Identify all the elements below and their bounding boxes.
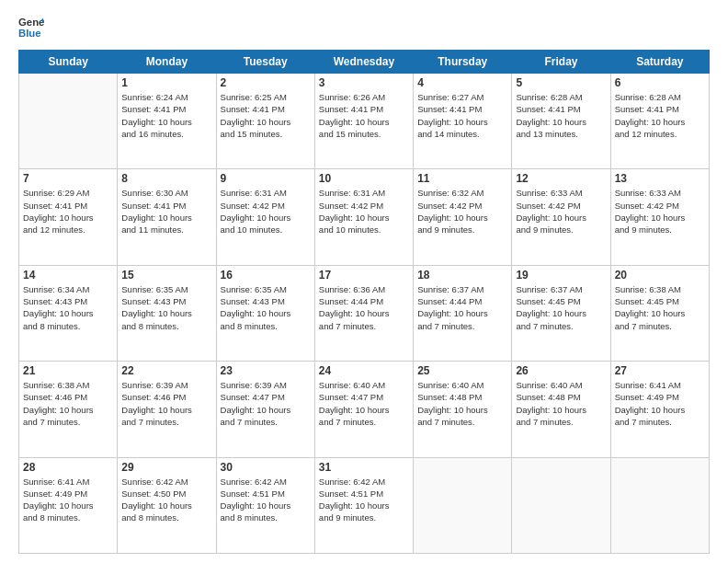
day-info: Sunrise: 6:25 AM Sunset: 4:41 PM Dayligh… bbox=[221, 91, 311, 140]
day-number: 12 bbox=[516, 172, 606, 185]
calendar-week-1: 1Sunrise: 6:24 AM Sunset: 4:41 PM Daylig… bbox=[19, 74, 710, 169]
day-info: Sunrise: 6:42 AM Sunset: 4:50 PM Dayligh… bbox=[121, 476, 211, 524]
day-number: 23 bbox=[221, 364, 311, 377]
day-number: 25 bbox=[417, 364, 507, 377]
calendar-header-friday: Friday bbox=[512, 51, 610, 74]
calendar-header-row: SundayMondayTuesdayWednesdayThursdayFrid… bbox=[19, 51, 710, 74]
calendar-header-thursday: Thursday bbox=[414, 51, 512, 74]
day-info: Sunrise: 6:38 AM Sunset: 4:46 PM Dayligh… bbox=[23, 379, 113, 428]
day-number: 6 bbox=[615, 76, 705, 89]
day-number: 16 bbox=[221, 269, 311, 282]
day-info: Sunrise: 6:31 AM Sunset: 4:42 PM Dayligh… bbox=[221, 187, 311, 236]
calendar-cell bbox=[414, 457, 512, 553]
day-info: Sunrise: 6:40 AM Sunset: 4:47 PM Dayligh… bbox=[319, 379, 409, 428]
calendar-cell: 7Sunrise: 6:29 AM Sunset: 4:41 PM Daylig… bbox=[19, 169, 118, 265]
calendar-cell: 5Sunrise: 6:28 AM Sunset: 4:41 PM Daylig… bbox=[512, 74, 610, 169]
header: General Blue bbox=[18, 15, 710, 40]
calendar-cell: 22Sunrise: 6:39 AM Sunset: 4:46 PM Dayli… bbox=[118, 362, 216, 457]
calendar-cell: 31Sunrise: 6:42 AM Sunset: 4:51 PM Dayli… bbox=[314, 457, 413, 553]
calendar-cell: 27Sunrise: 6:41 AM Sunset: 4:49 PM Dayli… bbox=[610, 362, 709, 457]
calendar-table: SundayMondayTuesdayWednesdayThursdayFrid… bbox=[18, 50, 710, 554]
calendar-cell: 13Sunrise: 6:33 AM Sunset: 4:42 PM Dayli… bbox=[610, 169, 709, 265]
day-info: Sunrise: 6:38 AM Sunset: 4:45 PM Dayligh… bbox=[615, 283, 705, 332]
calendar-cell: 14Sunrise: 6:34 AM Sunset: 4:43 PM Dayli… bbox=[19, 265, 118, 361]
day-number: 15 bbox=[121, 269, 211, 282]
day-info: Sunrise: 6:39 AM Sunset: 4:46 PM Dayligh… bbox=[121, 379, 211, 428]
day-number: 9 bbox=[221, 172, 311, 185]
day-info: Sunrise: 6:37 AM Sunset: 4:45 PM Dayligh… bbox=[516, 283, 606, 332]
day-info: Sunrise: 6:24 AM Sunset: 4:41 PM Dayligh… bbox=[121, 91, 211, 140]
day-info: Sunrise: 6:30 AM Sunset: 4:41 PM Dayligh… bbox=[121, 187, 211, 236]
day-number: 28 bbox=[23, 461, 113, 474]
logo-icon: General Blue bbox=[18, 15, 44, 40]
page: General Blue SundayMondayTuesdayWednesda… bbox=[0, 0, 728, 563]
day-info: Sunrise: 6:33 AM Sunset: 4:42 PM Dayligh… bbox=[516, 187, 606, 236]
calendar-week-4: 21Sunrise: 6:38 AM Sunset: 4:46 PM Dayli… bbox=[19, 362, 710, 457]
calendar-cell: 10Sunrise: 6:31 AM Sunset: 4:42 PM Dayli… bbox=[314, 169, 413, 265]
calendar-cell: 25Sunrise: 6:40 AM Sunset: 4:48 PM Dayli… bbox=[414, 362, 512, 457]
calendar-cell: 11Sunrise: 6:32 AM Sunset: 4:42 PM Dayli… bbox=[414, 169, 512, 265]
day-info: Sunrise: 6:40 AM Sunset: 4:48 PM Dayligh… bbox=[417, 379, 507, 428]
calendar-week-2: 7Sunrise: 6:29 AM Sunset: 4:41 PM Daylig… bbox=[19, 169, 710, 265]
day-info: Sunrise: 6:37 AM Sunset: 4:44 PM Dayligh… bbox=[417, 283, 507, 332]
calendar-cell: 8Sunrise: 6:30 AM Sunset: 4:41 PM Daylig… bbox=[118, 169, 216, 265]
day-number: 20 bbox=[615, 269, 705, 282]
day-info: Sunrise: 6:41 AM Sunset: 4:49 PM Dayligh… bbox=[615, 379, 705, 428]
calendar-cell: 19Sunrise: 6:37 AM Sunset: 4:45 PM Dayli… bbox=[512, 265, 610, 361]
day-number: 24 bbox=[319, 364, 409, 377]
calendar-cell: 3Sunrise: 6:26 AM Sunset: 4:41 PM Daylig… bbox=[314, 74, 413, 169]
logo: General Blue bbox=[18, 15, 48, 40]
day-number: 4 bbox=[417, 76, 507, 89]
day-number: 13 bbox=[615, 172, 705, 185]
day-number: 10 bbox=[319, 172, 409, 185]
calendar-header-sunday: Sunday bbox=[19, 51, 118, 74]
calendar-cell: 4Sunrise: 6:27 AM Sunset: 4:41 PM Daylig… bbox=[414, 74, 512, 169]
day-info: Sunrise: 6:32 AM Sunset: 4:42 PM Dayligh… bbox=[417, 187, 507, 236]
calendar-cell: 9Sunrise: 6:31 AM Sunset: 4:42 PM Daylig… bbox=[216, 169, 314, 265]
day-number: 7 bbox=[23, 172, 113, 185]
calendar-header-monday: Monday bbox=[118, 51, 216, 74]
day-number: 14 bbox=[23, 269, 113, 282]
day-number: 21 bbox=[23, 364, 113, 377]
day-number: 3 bbox=[319, 76, 409, 89]
day-number: 18 bbox=[417, 269, 507, 282]
day-info: Sunrise: 6:35 AM Sunset: 4:43 PM Dayligh… bbox=[221, 283, 311, 332]
day-info: Sunrise: 6:26 AM Sunset: 4:41 PM Dayligh… bbox=[319, 91, 409, 140]
day-info: Sunrise: 6:28 AM Sunset: 4:41 PM Dayligh… bbox=[615, 91, 705, 140]
day-number: 17 bbox=[319, 269, 409, 282]
calendar-header-saturday: Saturday bbox=[610, 51, 709, 74]
day-number: 30 bbox=[221, 461, 311, 474]
day-info: Sunrise: 6:28 AM Sunset: 4:41 PM Dayligh… bbox=[516, 91, 606, 140]
calendar-cell: 20Sunrise: 6:38 AM Sunset: 4:45 PM Dayli… bbox=[610, 265, 709, 361]
calendar-cell: 23Sunrise: 6:39 AM Sunset: 4:47 PM Dayli… bbox=[216, 362, 314, 457]
day-info: Sunrise: 6:27 AM Sunset: 4:41 PM Dayligh… bbox=[417, 91, 507, 140]
day-info: Sunrise: 6:41 AM Sunset: 4:49 PM Dayligh… bbox=[23, 476, 113, 524]
calendar-cell: 29Sunrise: 6:42 AM Sunset: 4:50 PM Dayli… bbox=[118, 457, 216, 553]
calendar-header-tuesday: Tuesday bbox=[216, 51, 314, 74]
calendar-cell: 15Sunrise: 6:35 AM Sunset: 4:43 PM Dayli… bbox=[118, 265, 216, 361]
calendar-header-wednesday: Wednesday bbox=[314, 51, 413, 74]
day-number: 2 bbox=[221, 76, 311, 89]
calendar-cell: 6Sunrise: 6:28 AM Sunset: 4:41 PM Daylig… bbox=[610, 74, 709, 169]
calendar-week-5: 28Sunrise: 6:41 AM Sunset: 4:49 PM Dayli… bbox=[19, 457, 710, 553]
day-number: 31 bbox=[319, 461, 409, 474]
calendar-cell: 28Sunrise: 6:41 AM Sunset: 4:49 PM Dayli… bbox=[19, 457, 118, 553]
calendar-cell bbox=[610, 457, 709, 553]
day-info: Sunrise: 6:36 AM Sunset: 4:44 PM Dayligh… bbox=[319, 283, 409, 332]
calendar-cell: 18Sunrise: 6:37 AM Sunset: 4:44 PM Dayli… bbox=[414, 265, 512, 361]
calendar-cell: 1Sunrise: 6:24 AM Sunset: 4:41 PM Daylig… bbox=[118, 74, 216, 169]
day-number: 1 bbox=[121, 76, 211, 89]
day-number: 26 bbox=[516, 364, 606, 377]
day-number: 29 bbox=[121, 461, 211, 474]
day-number: 8 bbox=[121, 172, 211, 185]
day-info: Sunrise: 6:42 AM Sunset: 4:51 PM Dayligh… bbox=[221, 476, 311, 524]
calendar-week-3: 14Sunrise: 6:34 AM Sunset: 4:43 PM Dayli… bbox=[19, 265, 710, 361]
day-info: Sunrise: 6:40 AM Sunset: 4:48 PM Dayligh… bbox=[516, 379, 606, 428]
day-info: Sunrise: 6:35 AM Sunset: 4:43 PM Dayligh… bbox=[121, 283, 211, 332]
day-number: 27 bbox=[615, 364, 705, 377]
day-number: 19 bbox=[516, 269, 606, 282]
day-number: 22 bbox=[121, 364, 211, 377]
day-info: Sunrise: 6:42 AM Sunset: 4:51 PM Dayligh… bbox=[319, 476, 409, 524]
calendar-cell: 26Sunrise: 6:40 AM Sunset: 4:48 PM Dayli… bbox=[512, 362, 610, 457]
svg-text:General: General bbox=[18, 17, 44, 28]
